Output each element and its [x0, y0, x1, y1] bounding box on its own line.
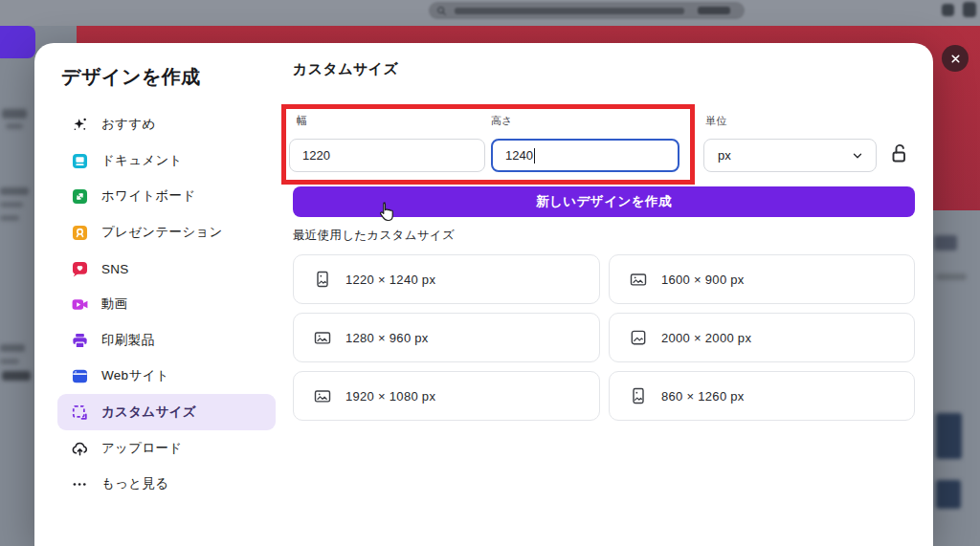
- sidebar-item-label: おすすめ: [101, 116, 155, 133]
- close-icon: [949, 53, 962, 65]
- sidebar-item-label: ドキュメント: [101, 152, 183, 169]
- search-icon: [436, 6, 447, 16]
- recent-size-card[interactable]: 2000 × 2000 px: [609, 313, 915, 362]
- create-design-button[interactable]: 新しいデザインを作成: [293, 186, 915, 217]
- presentation-icon: [71, 224, 89, 242]
- sidebar-item-label: 印刷製品: [101, 332, 154, 349]
- sidebar-item-print[interactable]: 印刷製品: [57, 322, 276, 359]
- unit-select[interactable]: px: [703, 139, 877, 172]
- document-icon: [71, 152, 89, 170]
- sidebar-item-recommended[interactable]: おすすめ: [57, 106, 276, 142]
- sidebar-item-presentation[interactable]: プレゼンテーション: [57, 214, 276, 251]
- size-label: 2000 × 2000 px: [661, 331, 751, 345]
- website-icon: [71, 367, 89, 385]
- more-dots-icon: [71, 475, 89, 493]
- blurred-search-text: [455, 8, 684, 14]
- custom-size-icon: [71, 404, 89, 422]
- unlock-icon: [888, 142, 911, 165]
- sidebar-item-label: アップロード: [101, 440, 182, 457]
- sidebar-item-video[interactable]: 動画: [57, 286, 276, 322]
- recent-size-card[interactable]: 1600 × 900 px: [609, 254, 915, 304]
- recent-size-card[interactable]: 1220 × 1240 px: [293, 254, 600, 304]
- background-smudge: [936, 273, 967, 280]
- background-image-thumb: [936, 480, 961, 509]
- recent-size-card[interactable]: 1280 × 960 px: [293, 313, 600, 362]
- sidebar-item-custom-size[interactable]: カスタムサイズ: [57, 394, 276, 430]
- sidebar-item-label: ホワイトボード: [101, 187, 196, 205]
- sidebar-item-documents[interactable]: ドキュメント: [57, 142, 276, 179]
- size-label: 1920 × 1080 px: [345, 389, 435, 404]
- landscape-image-icon: [313, 328, 332, 347]
- unit-value: px: [718, 148, 731, 163]
- background-purple-button: [0, 26, 35, 58]
- chevron-down-icon: [851, 149, 864, 163]
- portrait-image-icon: [629, 386, 648, 405]
- background-image-thumb: [936, 413, 962, 459]
- recent-sizes-heading: 最近使用したカスタムサイズ: [293, 228, 455, 244]
- background-smudge: [934, 235, 957, 251]
- sidebar-item-whiteboard[interactable]: ホワイトボード: [57, 178, 276, 214]
- background-topbar-icon: [963, 2, 976, 17]
- sns-icon: [71, 260, 89, 278]
- page-title: カスタムサイズ: [293, 60, 398, 78]
- text-caret: [534, 148, 535, 164]
- width-value: 1220: [302, 148, 330, 163]
- recent-size-card[interactable]: 860 × 1260 px: [609, 371, 915, 421]
- upload-cloud-icon: [71, 440, 89, 458]
- background-smudge: [0, 344, 25, 352]
- background-smudge: [0, 215, 19, 221]
- modal-title: デザインを作成: [61, 64, 201, 90]
- size-label: 1600 × 900 px: [661, 273, 745, 287]
- height-label: 高さ: [491, 114, 513, 128]
- sidebar-item-label: Webサイト: [101, 367, 169, 384]
- background-smudge: [0, 202, 23, 207]
- height-input[interactable]: 1240: [491, 139, 679, 172]
- size-label: 1220 × 1240 px: [345, 273, 435, 287]
- screen: デザインを作成 おすすめ ドキュメント ホワイトボー: [0, 0, 980, 546]
- portrait-image-icon: [313, 270, 332, 289]
- height-value: 1240: [505, 148, 533, 163]
- recent-size-card[interactable]: 1920 × 1080 px: [293, 371, 600, 421]
- blurred-search-text: [698, 7, 730, 14]
- background-smudge: [6, 123, 23, 129]
- background-topbar-icon: [942, 4, 954, 16]
- background-smudge: [0, 359, 19, 364]
- background-topbar: [0, 0, 980, 26]
- sidebar-item-label: SNS: [101, 262, 129, 276]
- modal-close-button[interactable]: [942, 45, 969, 72]
- printer-icon: [71, 332, 89, 350]
- sidebar-item-label: もっと見る: [101, 475, 168, 492]
- width-input[interactable]: 1220: [289, 139, 485, 172]
- sidebar-item-label: 動画: [101, 295, 128, 313]
- square-image-icon: [629, 328, 648, 347]
- aspect-lock-toggle[interactable]: [888, 142, 913, 167]
- sidebar-item-upload[interactable]: アップロード: [57, 430, 276, 467]
- sidebar-item-label: プレゼンテーション: [101, 224, 223, 241]
- background-smudge: [2, 371, 31, 381]
- whiteboard-icon: [71, 187, 89, 206]
- create-design-modal: デザインを作成 おすすめ ドキュメント ホワイトボー: [34, 43, 933, 546]
- sparkle-icon: [71, 116, 89, 134]
- sidebar-item-more[interactable]: もっと見る: [57, 466, 276, 502]
- unit-label: 単位: [705, 114, 727, 128]
- sidebar-item-website[interactable]: Webサイト: [57, 358, 276, 394]
- background-smudge: [0, 187, 29, 195]
- background-search-bar[interactable]: [429, 2, 745, 19]
- landscape-image-icon: [313, 386, 332, 405]
- sidebar-item-label: カスタムサイズ: [101, 404, 196, 421]
- background-smudge: [2, 109, 27, 119]
- width-label: 幅: [297, 114, 307, 128]
- video-icon: [71, 295, 89, 314]
- size-label: 860 × 1260 px: [661, 389, 745, 404]
- size-label: 1280 × 960 px: [345, 331, 429, 345]
- landscape-image-icon: [629, 270, 648, 289]
- sidebar-item-sns[interactable]: SNS: [57, 251, 276, 287]
